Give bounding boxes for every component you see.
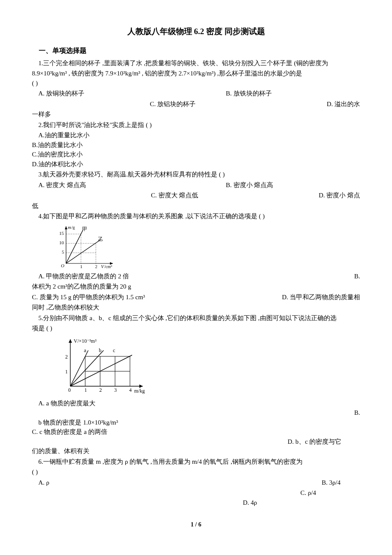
q3-option-d: D. 密度小 熔点: [319, 191, 360, 200]
svg-text:乙: 乙: [98, 236, 103, 242]
q5-text-1: 5.分别由不同物质 a、b、c 组成的三个实心体 ,它们的体积和质量的关系如下图…: [32, 313, 360, 323]
q1-option-c: C. 放铝块的杯子: [150, 99, 327, 109]
q4-options-row2: C. 质量为 15 g 的甲物质的体积为 1.5 cm³ D. 当甲和乙两物质的…: [32, 292, 360, 302]
q5-option-c: C. c 物质的密度是 a 的两倍: [32, 427, 360, 437]
q2-text: 2.我们平时所说"油比水轻"实质上是指 ( ): [32, 120, 360, 130]
svg-line-46: [70, 355, 132, 386]
q6-options-row1: A. ρ B. 3ρ/4: [32, 478, 360, 488]
q2-option-d: D.油的体积比水小: [32, 159, 360, 169]
page-footer: 1 / 6: [32, 520, 360, 529]
svg-text:3: 3: [114, 387, 117, 393]
q1-text-1: 1.三个完全相同的杯子 ,里面装满了水 ,把质量相等的铜块、铁块、铝块分别投入三…: [32, 58, 360, 68]
q1-option-b: B. 放铁块的杯子: [226, 89, 272, 98]
svg-line-44: [70, 350, 104, 386]
svg-text:/cm³: /cm³: [104, 264, 112, 269]
q3-options-row2: C. 密度大 熔点低 D. 密度小 熔点: [32, 191, 360, 200]
svg-text:/g: /g: [72, 225, 75, 230]
q5-option-b: B.: [32, 408, 360, 418]
svg-line-21: [66, 239, 101, 263]
q5-option-a: A. a 物质的密度最大: [32, 399, 360, 408]
svg-text:0: 0: [68, 387, 71, 393]
svg-text:15: 15: [59, 231, 64, 236]
q5-option-d: D. b、c 的密度与它: [32, 437, 360, 447]
q3-option-a: A. 密度大 熔点高: [32, 180, 226, 190]
section-header-1: 一、单项选择题: [32, 46, 360, 56]
q2-option-c: C.油的密度比水小: [32, 150, 360, 159]
q4-chart: 15 10 5 1 2 O m/g V/cm³ 甲 乙: [58, 223, 117, 270]
q3-text: 3.航天器外壳要求轻巧、耐高温.航天器外壳材料应具有的特性是 ( ): [32, 170, 360, 179]
svg-text:m/kg: m/kg: [134, 388, 145, 394]
q1-options-row1: A. 放铜块的杯子 B. 放铁块的杯子: [32, 89, 360, 98]
svg-text:b: b: [99, 347, 101, 353]
page-title: 人教版八年级物理 6.2 密度 同步测试题: [32, 26, 360, 38]
svg-text:10: 10: [59, 240, 64, 245]
q1-options-row2: C. 放铝块的杯子 D. 溢出的水: [32, 99, 360, 109]
svg-text:2: 2: [99, 387, 102, 393]
q6-option-a: A. ρ: [32, 478, 322, 488]
q4-options-row1: A. 甲物质的密度是乙物质的 2 倍 B.: [32, 272, 360, 281]
svg-text:m: m: [68, 225, 71, 230]
q5-option-b-ext: b 物质的密度是 1.0×10³kg/m³: [32, 418, 360, 428]
q6-text-2: ( ): [32, 467, 360, 477]
svg-text:甲: 甲: [82, 226, 87, 232]
q2-option-a: A.油的重量比水小: [32, 130, 360, 140]
svg-marker-3: [65, 226, 67, 229]
svg-text:2: 2: [95, 264, 98, 269]
q4-text: 4.如下图是甲和乙两种物质的质量与体积的关系图象 ,以下说法不正确的选项是 ( …: [32, 211, 360, 221]
svg-text:O: O: [61, 263, 64, 268]
q6-option-b: B. 3ρ/4: [322, 478, 360, 488]
q3-option-d-ext: 低: [32, 201, 360, 211]
svg-text:1: 1: [84, 387, 87, 393]
svg-text:2: 2: [65, 354, 68, 360]
q3-option-b: B. 密度小 熔点高: [226, 180, 273, 190]
q5-option-d-ext: 们的质量、体积有关: [32, 446, 360, 456]
svg-text:4: 4: [129, 387, 132, 393]
q4-option-b: B.: [354, 272, 360, 281]
q4-option-d: D. 当甲和乙两物质的质量相: [282, 292, 360, 302]
svg-text:a: a: [84, 347, 86, 353]
q1-text-3: ( ): [32, 78, 360, 88]
q6-option-c: C. ρ/4: [32, 488, 360, 498]
q3-option-c: C. 密度大 熔点低: [151, 191, 319, 200]
q1-option-d-ext: 一样多: [32, 110, 360, 119]
q1-text-2: 8.9×10³kg/m³ , 铁的密度为 7.9×10³kg/m³ , 铝的密度…: [32, 69, 360, 78]
svg-marker-24: [139, 384, 143, 388]
q3-options-row1: A. 密度大 熔点高 B. 密度小 熔点高: [32, 180, 360, 190]
svg-text:V: V: [101, 264, 104, 269]
svg-line-42: [70, 350, 88, 386]
svg-text:1: 1: [80, 264, 83, 269]
q5-text-2: 项是 ( ): [32, 324, 360, 333]
q6-option-d: D. 4ρ: [32, 498, 360, 508]
svg-marker-26: [69, 339, 72, 343]
q4-option-a: A. 甲物质的密度是乙物质的 2 倍: [32, 272, 354, 281]
q4-option-c: C. 质量为 15 g 的甲物质的体积为 1.5 cm³: [32, 292, 282, 302]
q5-chart: V/×10⁻³m³ m/kg 0 1 2 3 4 1 2 a b c: [58, 335, 147, 397]
q1-option-a: A. 放铜块的杯子: [32, 89, 226, 98]
q2-option-b: B.油的质量比水小: [32, 140, 360, 150]
svg-text:V/×10⁻³m³: V/×10⁻³m³: [74, 338, 97, 344]
svg-text:5: 5: [62, 249, 64, 254]
q4-option-b-ext: 体积为 2 cm³的乙物质的质量为 20 g: [32, 282, 360, 292]
svg-text:c: c: [113, 347, 115, 353]
q1-option-d: D. 溢出的水: [327, 99, 360, 109]
q6-text-1: 6.一钢瓶中贮有质量 m ,密度为 ρ 的氧气 ,当用去质量为 m/4 的氧气后…: [32, 457, 360, 467]
svg-line-19: [66, 230, 83, 263]
q4-option-d-ext: 同时 ,乙物质的体积较大: [32, 303, 360, 312]
svg-text:1: 1: [65, 369, 68, 375]
